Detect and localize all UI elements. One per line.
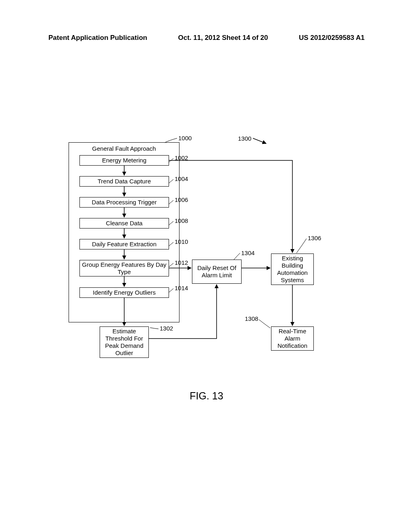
page-header: Patent Application Publication Oct. 11, … [0, 34, 413, 42]
ref-1308: 1308 [245, 315, 258, 322]
diagram-fig13: General Fault Approach Energy Metering T… [56, 133, 355, 367]
box-1012: Group Energy Features By Day Type [79, 260, 169, 276]
ref-1008: 1008 [175, 217, 188, 224]
header-center: Oct. 11, 2012 Sheet 14 of 20 [178, 34, 268, 42]
header-left: Patent Application Publication [48, 34, 147, 42]
header-right: US 2012/0259583 A1 [299, 34, 365, 42]
ref-1012: 1012 [175, 259, 188, 266]
ref-1300: 1300 [238, 135, 251, 142]
box-1006: Data Processing Trigger [79, 197, 169, 208]
ref-1014: 1014 [175, 285, 188, 291]
ref-1010: 1010 [175, 238, 188, 245]
box-1308: Real-Time Alarm Notification [271, 326, 314, 351]
box-1302: Estimate Threshold For Peak Demand Outli… [100, 326, 149, 358]
ref-1306: 1306 [308, 235, 321, 241]
box-1014: Identify Energy Outliers [79, 287, 169, 298]
ref-1002: 1002 [175, 154, 188, 161]
box-1306: Existing Building Automation Systems [271, 254, 314, 285]
box-1004: Trend Data Capture [79, 176, 169, 187]
box-1008: Cleanse Data [79, 218, 169, 229]
figure-label: FIG. 13 [0, 390, 413, 402]
outer-title: General Fault Approach [73, 145, 175, 152]
box-1002: Energy Metering [79, 155, 169, 166]
box-1010: Daily Feature Extraction [79, 239, 169, 249]
ref-1004: 1004 [175, 175, 188, 182]
ref-1000: 1000 [178, 135, 192, 141]
ref-1302: 1302 [160, 325, 173, 332]
box-1304: Daily Reset Of Alarm Limit [192, 260, 242, 284]
ref-1006: 1006 [175, 196, 188, 203]
ref-1304: 1304 [241, 249, 254, 256]
